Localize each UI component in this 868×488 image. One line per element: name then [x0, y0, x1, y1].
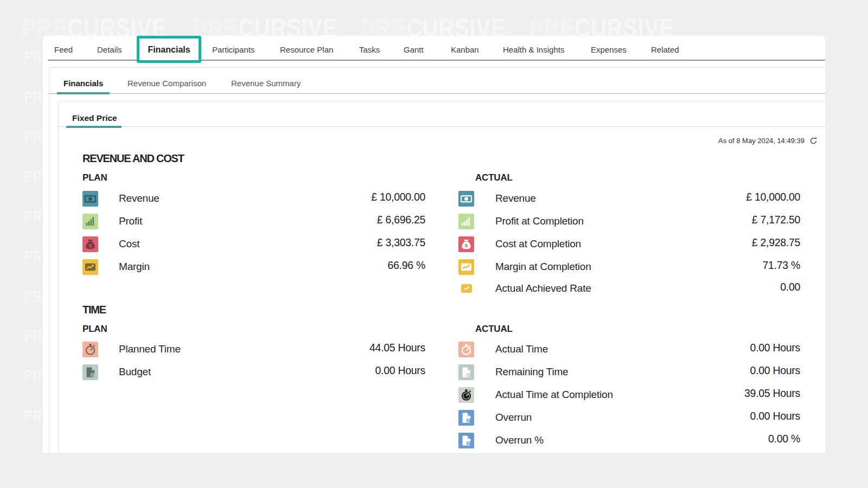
svg-text:$: $: [465, 242, 468, 248]
svg-text:$: $: [89, 242, 92, 248]
